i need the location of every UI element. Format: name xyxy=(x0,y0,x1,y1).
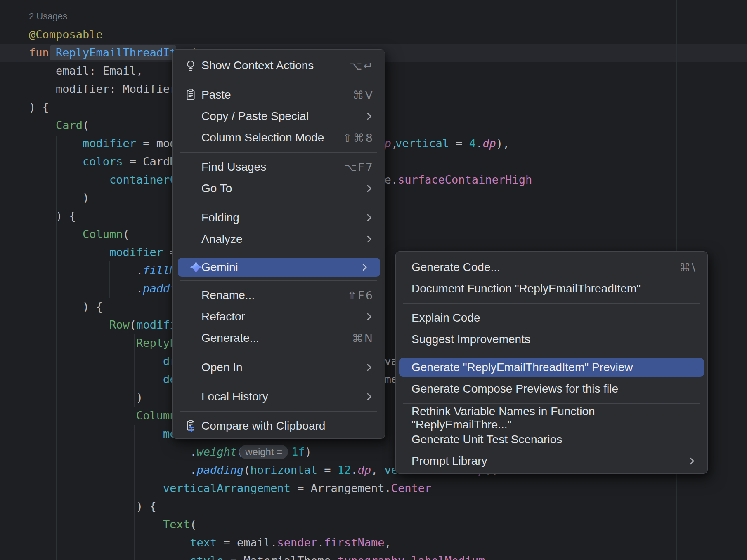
code-line: Text( xyxy=(29,515,196,534)
menu-item-generate[interactable]: Generate...⌘N xyxy=(173,327,385,349)
menu-item-label: Suggest Improvements xyxy=(411,333,530,346)
code-token xyxy=(29,336,136,349)
chevron-right-icon xyxy=(364,184,374,193)
menu-item-label: Generate "ReplyEmailThreadItem" Preview xyxy=(411,361,633,374)
code-line: style = MaterialTheme.typography.labelMe… xyxy=(29,552,492,560)
menu-separator xyxy=(180,80,377,80)
compare-clipboard-icon xyxy=(184,419,198,433)
menu-item-rethink-variable-names[interactable]: Rethink Variable Names in Function "Repl… xyxy=(396,407,707,429)
code-token: ReplyEmailThreadItem xyxy=(56,46,190,59)
chevron-right-icon xyxy=(364,392,374,402)
code-line: Card( xyxy=(29,116,89,134)
menu-item-analyze[interactable]: Analyze xyxy=(173,228,385,250)
code-token xyxy=(29,228,83,240)
menu-item-label: Refactor xyxy=(201,310,245,323)
code-token: surfaceContainerHigh xyxy=(398,173,532,186)
menu-item-shortcut: ⇧⌘8 xyxy=(328,132,374,144)
gemini-star-icon xyxy=(189,260,203,274)
menu-item-label: Local History xyxy=(201,390,268,403)
code-line: Column( xyxy=(29,407,183,425)
menu-item-label: Gemini xyxy=(201,261,238,274)
code-token: text xyxy=(190,536,217,549)
menu-item-shortcut: ⌥F7 xyxy=(329,161,374,174)
code-token: = MaterialTheme. xyxy=(223,554,337,560)
menu-item-copy-paste-special[interactable]: Copy / Paste Special xyxy=(173,106,385,127)
code-token xyxy=(29,373,163,386)
menu-item-label: Paste xyxy=(201,88,231,101)
code-token: . xyxy=(404,554,411,560)
menu-item-label: Find Usages xyxy=(201,160,266,174)
code-token: sender xyxy=(277,536,317,549)
code-token: = email. xyxy=(217,536,277,549)
code-token: , xyxy=(385,536,391,549)
menu-item-label: Analyze xyxy=(201,233,243,246)
chevron-right-icon xyxy=(364,234,374,244)
code-token: ( xyxy=(243,464,250,476)
code-token: . xyxy=(476,137,482,150)
menu-item-document-function[interactable]: Document Function "ReplyEmailThreadItem" xyxy=(396,278,707,299)
code-token: fun xyxy=(29,46,56,59)
menu-item-generate-unit-test-scenarios[interactable]: Generate Unit Test Scenarios xyxy=(396,429,707,450)
menu-item-shortcut: ⇧F6 xyxy=(333,289,374,302)
code-line: .weight(weight =1f) xyxy=(29,443,312,461)
menu-separator xyxy=(403,303,700,304)
menu-item-show-context-actions[interactable]: Show Context Actions⌥↵ xyxy=(173,55,385,76)
code-line: text = email.sender.firstName, xyxy=(29,534,391,552)
paste-icon xyxy=(184,88,198,102)
code-token: Column xyxy=(136,409,177,422)
menu-separator xyxy=(403,354,700,354)
chevron-right-icon xyxy=(359,262,369,272)
menu-item-column-selection-mode[interactable]: Column Selection Mode⇧⌘8 xyxy=(173,127,385,148)
code-token: . xyxy=(29,282,143,295)
chevron-right-icon xyxy=(687,456,697,466)
menu-item-label: Go To xyxy=(201,182,232,195)
menu-separator xyxy=(180,254,377,254)
code-token: ( xyxy=(83,119,89,132)
menu-separator xyxy=(180,203,377,203)
menu-separator xyxy=(403,403,700,404)
menu-item-generate-preview[interactable]: Generate "ReplyEmailThreadItem" Preview xyxy=(399,358,704,377)
menu-item-gemini[interactable]: Gemini xyxy=(178,258,380,277)
menu-item-label: Generate Unit Test Scenarios xyxy=(411,433,562,446)
menu-item-shortcut: ⌘N xyxy=(337,332,374,345)
menu-item-label: Document Function "ReplyEmailThreadItem" xyxy=(411,282,641,295)
menu-item-refactor[interactable]: Refactor xyxy=(173,306,385,327)
menu-item-explain-code[interactable]: Explain Code xyxy=(396,307,707,329)
menu-item-label: Generate Compose Previews for this file xyxy=(411,382,618,395)
menu-item-label: Folding xyxy=(201,211,239,224)
code-token: . xyxy=(351,464,357,476)
menu-item-local-history[interactable]: Local History xyxy=(173,386,385,407)
menu-item-open-in[interactable]: Open In xyxy=(173,357,385,378)
menu-item-label: Copy / Paste Special xyxy=(201,110,309,123)
code-token: , xyxy=(371,464,385,476)
code-token xyxy=(29,518,163,531)
usages-inlay-hint[interactable]: 2 Usages xyxy=(29,7,67,26)
menu-item-paste[interactable]: Paste⌘V xyxy=(173,84,385,106)
code-token: 2 Usages xyxy=(29,11,67,21)
code-token: firstName xyxy=(324,536,384,549)
inline-parameter-hint: weight = xyxy=(239,445,288,459)
menu-item-label: Rename... xyxy=(201,289,255,302)
code-token: vertical xyxy=(395,137,449,150)
code-token xyxy=(29,427,163,440)
menu-item-go-to[interactable]: Go To xyxy=(173,178,385,199)
menu-item-label: Generate... xyxy=(201,332,259,345)
menu-item-compare-with-clipboard[interactable]: Compare with Clipboard xyxy=(173,415,385,437)
menu-item-folding[interactable]: Folding xyxy=(173,207,385,228)
menu-item-rename[interactable]: Rename...⇧F6 xyxy=(173,285,385,306)
code-line-fragment: vertical = 4.dp), xyxy=(395,134,509,153)
code-line: ) { xyxy=(29,298,103,316)
code-token: . xyxy=(29,264,143,277)
menu-item-find-usages[interactable]: Find Usages⌥F7 xyxy=(173,156,385,178)
code-token: ) { xyxy=(29,300,103,313)
menu-item-prompt-library[interactable]: Prompt Library xyxy=(396,450,707,472)
menu-item-suggest-improvements[interactable]: Suggest Improvements xyxy=(396,329,707,350)
code-token: . xyxy=(317,536,324,549)
menu-item-generate-code[interactable]: Generate Code...⌘\ xyxy=(396,256,707,278)
menu-item-generate-compose-previews[interactable]: Generate Compose Previews for this file xyxy=(396,378,707,400)
code-line: ) xyxy=(29,189,89,207)
code-token: dp xyxy=(358,464,371,476)
menu-item-shortcut: ⌘\ xyxy=(664,261,697,274)
chevron-right-icon xyxy=(364,362,374,372)
code-token: Row xyxy=(109,318,130,331)
